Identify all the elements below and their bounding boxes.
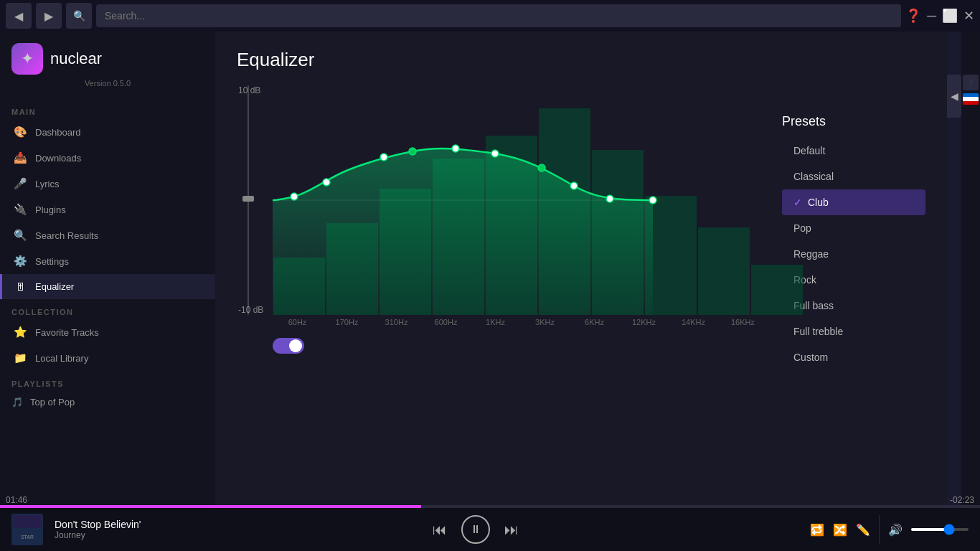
close-button[interactable]: ✕ bbox=[963, 8, 974, 24]
next-button[interactable]: ⏭ bbox=[504, 522, 519, 538]
time-remaining: -02:23 bbox=[950, 495, 974, 505]
player-right-controls: 🔁 🔀 ✏️ 🔊 bbox=[810, 515, 969, 544]
eq-point[interactable] bbox=[380, 154, 387, 161]
repeat-button[interactable]: 🔁 bbox=[810, 523, 824, 537]
preset-default[interactable]: Default bbox=[782, 138, 925, 164]
sidebar-item-label: Local Library bbox=[35, 353, 88, 364]
plugins-icon: 🔌 bbox=[14, 203, 27, 216]
playlist-icon: 🎵 bbox=[11, 397, 23, 408]
equalizer-area: 10 dB -10 dB bbox=[237, 85, 925, 508]
main-layout: ✦ nuclear Version 0.5.0 MAIN 🎨 Dashboard… bbox=[0, 32, 980, 508]
preset-label: Custom bbox=[793, 352, 828, 363]
presets-title: Presets bbox=[782, 114, 925, 129]
search-input[interactable] bbox=[96, 4, 901, 27]
freq-label-6khz: 6KHz bbox=[570, 318, 619, 326]
freq-label-3khz: 3KHz bbox=[520, 318, 570, 326]
settings-icon: ⚙️ bbox=[14, 255, 27, 268]
help-button[interactable]: ❓ bbox=[905, 8, 921, 24]
eq-chart: 10 dB -10 dB bbox=[273, 85, 804, 315]
preset-full-bass[interactable]: Full bass bbox=[782, 293, 925, 319]
track-artist: Journey bbox=[55, 530, 141, 540]
volume-icon[interactable]: 🔊 bbox=[888, 523, 903, 537]
eq-chart-wrapper: 10 dB -10 dB bbox=[237, 85, 768, 508]
eq-enable-toggle[interactable] bbox=[273, 338, 304, 354]
freq-label-310hz: 310Hz bbox=[372, 318, 421, 326]
pause-button[interactable]: ⏸ bbox=[461, 515, 490, 544]
eq-point[interactable] bbox=[606, 195, 613, 202]
sidebar: ✦ nuclear Version 0.5.0 MAIN 🎨 Dashboard… bbox=[0, 32, 215, 508]
sidebar-item-search-results[interactable]: 🔍 Search Results bbox=[0, 222, 215, 248]
sidebar-item-label: Plugins bbox=[35, 204, 66, 215]
app-logo: ✦ nuclear bbox=[0, 43, 215, 77]
preset-full-treble[interactable]: Full trebble bbox=[782, 319, 925, 344]
right-panel-handle: ◀ bbox=[947, 32, 961, 508]
sidebar-item-label: Lyrics bbox=[35, 179, 59, 189]
edit-button[interactable]: ✏️ bbox=[856, 523, 870, 537]
app-version: Version 0.5.0 bbox=[0, 77, 215, 99]
freq-label-1khz: 1KHz bbox=[471, 318, 520, 326]
freq-label-12khz: 12KHz bbox=[619, 318, 669, 326]
eq-point[interactable] bbox=[538, 164, 545, 171]
section-collection-label: COLLECTION bbox=[0, 299, 215, 319]
language-flag-icon[interactable] bbox=[963, 93, 979, 105]
preset-rock[interactable]: Rock bbox=[782, 267, 925, 293]
sidebar-item-downloads[interactable]: 📥 Downloads bbox=[0, 145, 215, 171]
sidebar-item-equalizer[interactable]: 🎚 Equalizer bbox=[0, 274, 215, 299]
preset-pop[interactable]: Pop bbox=[782, 215, 925, 241]
page-title: Equalizer bbox=[237, 49, 925, 71]
eq-point[interactable] bbox=[452, 145, 459, 152]
eq-toggle[interactable] bbox=[273, 338, 768, 354]
app-name: nuclear bbox=[50, 50, 102, 68]
maximize-button[interactable]: ⬜ bbox=[942, 8, 958, 24]
eq-curve-fill bbox=[273, 149, 653, 315]
minimize-button[interactable]: ─ bbox=[927, 9, 936, 24]
topbar: ◀ ▶ 🔍 ❓ ─ ⬜ ✕ bbox=[0, 0, 980, 32]
prev-button[interactable]: ⏮ bbox=[433, 522, 447, 538]
volume-slider[interactable] bbox=[911, 528, 969, 531]
track-title: Don't Stop Believin' bbox=[55, 519, 141, 530]
right-panel-toggle-button[interactable]: ◀ bbox=[947, 75, 961, 118]
eq-point[interactable] bbox=[409, 148, 416, 155]
sidebar-item-local-library[interactable]: 📁 Local Library bbox=[0, 345, 215, 371]
equalizer-icon: 🎚 bbox=[14, 281, 27, 293]
svg-text:STAR: STAR bbox=[21, 534, 34, 540]
lyrics-icon: 🎤 bbox=[14, 177, 27, 190]
sidebar-item-label: Downloads bbox=[35, 153, 81, 164]
sidebar-item-plugins[interactable]: 🔌 Plugins bbox=[0, 197, 215, 222]
eq-point[interactable] bbox=[323, 179, 330, 186]
preset-reggae[interactable]: Reggae bbox=[782, 241, 925, 267]
sidebar-item-settings[interactable]: ⚙️ Settings bbox=[0, 248, 215, 274]
shuffle-button[interactable]: 🔀 bbox=[833, 523, 847, 537]
preset-custom[interactable]: Custom bbox=[782, 344, 925, 370]
preset-label: Full trebble bbox=[793, 326, 843, 337]
sidebar-item-label: Search Results bbox=[35, 230, 98, 241]
eq-point[interactable] bbox=[570, 182, 578, 189]
playlist-item-top-of-pop[interactable]: 🎵 Top of Pop bbox=[0, 391, 215, 413]
back-button[interactable]: ◀ bbox=[6, 3, 32, 29]
playlist-label: Top of Pop bbox=[30, 397, 75, 408]
downloads-icon: 📥 bbox=[14, 151, 27, 164]
player-bar: STAR Don't Stop Believin' Journey ⏮ ⏸ ⏭ … bbox=[0, 508, 980, 551]
sidebar-item-label: Equalizer bbox=[35, 281, 74, 292]
freq-labels: 60Hz 170Hz 310Hz 600Hz 1KHz 3KHz 6KHz 12… bbox=[273, 318, 768, 326]
eq-point[interactable] bbox=[291, 193, 298, 200]
eq-gain-slider[interactable] bbox=[242, 85, 254, 315]
player-controls: ⏮ ⏸ ⏭ bbox=[153, 515, 798, 544]
forward-button[interactable]: ▶ bbox=[36, 3, 62, 29]
sidebar-item-dashboard[interactable]: 🎨 Dashboard bbox=[0, 119, 215, 145]
window-controls: ❓ ─ ⬜ ✕ bbox=[905, 8, 974, 24]
search-icon-button[interactable]: 🔍 bbox=[66, 3, 92, 29]
eq-point[interactable] bbox=[649, 197, 656, 204]
freq-label-170hz: 170Hz bbox=[322, 318, 372, 326]
eq-point[interactable] bbox=[491, 150, 499, 157]
preset-club[interactable]: ✓ Club bbox=[782, 189, 925, 215]
local-library-icon: 📁 bbox=[14, 352, 27, 364]
preset-classical[interactable]: Classical bbox=[782, 164, 925, 189]
section-main-label: MAIN bbox=[0, 99, 215, 119]
preset-label: Club bbox=[808, 197, 829, 208]
divider bbox=[879, 515, 880, 544]
more-options-button[interactable]: ⋮ bbox=[963, 75, 979, 90]
sidebar-item-lyrics[interactable]: 🎤 Lyrics bbox=[0, 171, 215, 197]
sidebar-item-favorite-tracks[interactable]: ⭐ Favorite Tracks bbox=[0, 319, 215, 345]
freq-label-600hz: 600Hz bbox=[421, 318, 471, 326]
